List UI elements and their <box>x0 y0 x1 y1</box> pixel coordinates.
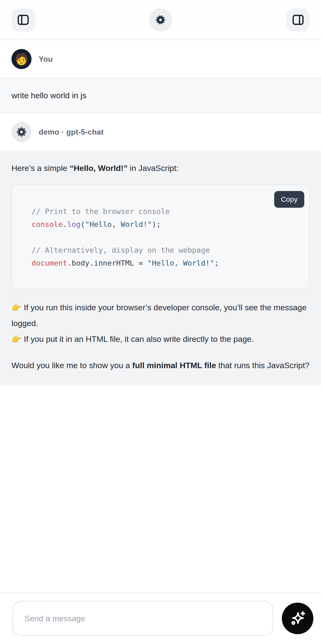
code-content: // Print to the browser consoleconsole.l… <box>12 185 309 288</box>
assistant-avatar <box>11 122 31 142</box>
question-text: Would you like me to show you a <box>11 361 132 370</box>
assistant-intro-paragraph: Here’s a simple “Hello, World!” in JavaS… <box>11 162 310 174</box>
sidebar-right-icon <box>291 13 305 26</box>
starburst-icon <box>16 126 27 138</box>
tip-line-1: 👉 If you run this inside your browser’s … <box>11 303 307 328</box>
starburst-icon <box>155 14 166 25</box>
app-logo-button[interactable] <box>149 8 172 32</box>
code-line: document.body.innerHTML = "Hello, World!… <box>31 256 300 270</box>
sidebar-toggle-button[interactable] <box>11 8 35 32</box>
code-line: // Print to the browser console <box>31 205 300 218</box>
assistant-model-label: demo · gpt-5-chat <box>39 128 104 136</box>
copy-code-button[interactable]: Copy <box>274 191 304 208</box>
empty-scroll-area <box>0 385 321 592</box>
code-line: console.log("Hello, World!"); <box>31 218 300 231</box>
intro-text: Here’s a simple <box>11 164 69 172</box>
user-message: write hello world in js <box>0 78 321 113</box>
question-text-after: that runs this JavaScript? <box>216 361 310 370</box>
right-panel-toggle-button[interactable] <box>286 8 310 32</box>
assistant-tips-paragraph: 👉 If you run this inside your browser’s … <box>11 300 310 347</box>
user-avatar: 🧑 <box>11 49 31 69</box>
question-bold-text: full minimal HTML file <box>132 361 216 370</box>
message-input[interactable] <box>12 601 273 636</box>
user-message-text: write hello world in js <box>11 91 86 100</box>
tip-line-2: 👉 If you put it in an HTML file, it can … <box>11 334 254 344</box>
sparkle-plus-icon <box>289 610 306 628</box>
code-block: Copy // Print to the browser consolecons… <box>11 185 310 288</box>
assistant-question-paragraph: Would you like me to show you a full min… <box>11 358 310 373</box>
intro-text-after: in JavaScript: <box>128 164 179 172</box>
assistant-message: Here’s a simple “Hello, World!” in JavaS… <box>0 151 321 385</box>
send-button[interactable] <box>282 603 313 634</box>
sidebar-left-icon <box>16 13 30 26</box>
code-line <box>31 231 300 244</box>
person-emoji-icon: 🧑 <box>14 54 28 64</box>
code-line: // Alternatively, display on the webpage <box>31 244 300 256</box>
user-author-label: You <box>39 55 53 64</box>
user-turn-header: 🧑 You <box>0 40 321 78</box>
top-bar <box>0 0 321 40</box>
composer-bar <box>0 592 321 644</box>
intro-bold-text: “Hello, World!” <box>69 164 128 172</box>
assistant-turn-header: demo · gpt-5-chat <box>0 113 321 151</box>
